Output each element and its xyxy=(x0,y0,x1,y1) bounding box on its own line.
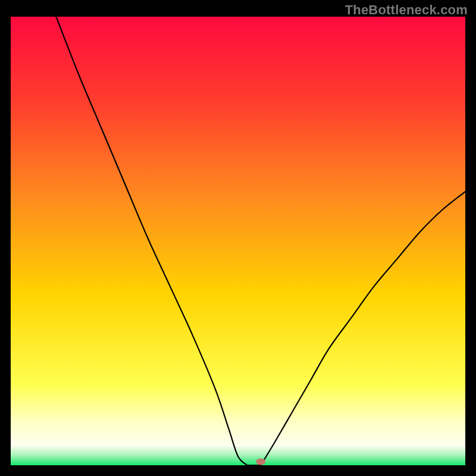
attribution-text: TheBottleneck.com xyxy=(345,2,468,18)
plot-area xyxy=(11,17,465,465)
chart-frame: TheBottleneck.com xyxy=(0,0,476,476)
chart-svg xyxy=(11,17,465,465)
gradient-background xyxy=(11,17,465,465)
marker-dot xyxy=(256,458,265,465)
optimum-marker xyxy=(256,458,265,465)
